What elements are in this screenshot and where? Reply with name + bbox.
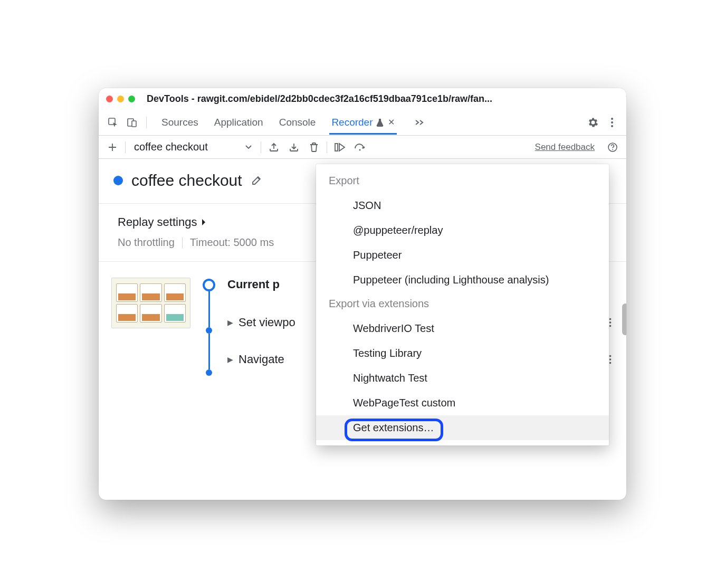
export-puppeteer-lighthouse[interactable]: Puppeteer (including Lighthouse analysis…: [316, 268, 609, 292]
tab-label: Sources: [161, 117, 198, 128]
export-nightwatch[interactable]: Nightwatch Test: [316, 366, 609, 391]
divider: [261, 141, 261, 153]
export-webdriverio[interactable]: WebdriverIO Test: [316, 316, 609, 341]
help-icon[interactable]: [605, 140, 620, 155]
tab-label: Console: [279, 117, 316, 128]
import-icon[interactable]: [287, 140, 301, 155]
export-webpagetest[interactable]: WebPageTest custom: [316, 391, 609, 415]
svg-point-9: [612, 149, 613, 150]
svg-point-15: [609, 362, 612, 364]
dropdown-section-header: Export via extensions: [316, 292, 609, 316]
svg-point-14: [609, 358, 612, 361]
settings-icon[interactable]: [585, 115, 601, 130]
export-icon[interactable]: [266, 140, 281, 155]
chevron-down-icon: [245, 145, 252, 150]
flask-icon: [376, 118, 384, 127]
step-label: Current p: [227, 278, 280, 291]
devtools-window: DevTools - rawgit.com/ebidel/2d2bb0cdec3…: [99, 88, 626, 500]
recording-name-label: coffee checkout: [134, 141, 208, 153]
tab-application[interactable]: Application: [212, 110, 265, 135]
tab-sources[interactable]: Sources: [159, 110, 201, 135]
svg-point-7: [359, 149, 360, 150]
edit-title-icon[interactable]: [251, 175, 262, 186]
maximize-window-icon[interactable]: [128, 96, 135, 102]
scrollbar-thumb[interactable]: [622, 304, 626, 335]
tab-recorder[interactable]: Recorder ✕: [329, 110, 396, 135]
recording-status-dot: [113, 176, 123, 185]
chevron-right-icon: ▶: [227, 318, 233, 327]
divider: [146, 117, 147, 128]
step-label: Navigate: [239, 353, 284, 366]
step-kebab-icon[interactable]: [609, 318, 614, 327]
tab-label: Application: [214, 117, 263, 128]
svg-point-5: [611, 125, 613, 127]
recorder-toolbar: coffee checkout Send feedback: [99, 136, 626, 159]
tab-label: Recorder: [331, 117, 373, 128]
window-title: DevTools - rawgit.com/ebidel/2d2bb0cdec3…: [147, 93, 619, 105]
recording-dropdown[interactable]: coffee checkout: [131, 141, 255, 153]
svg-point-12: [609, 325, 612, 327]
svg-point-3: [611, 118, 613, 120]
svg-point-10: [609, 318, 612, 320]
divider: [182, 237, 183, 249]
timeline-dot-icon: [206, 369, 212, 376]
export-json[interactable]: JSON: [316, 193, 609, 218]
device-toolbar-icon[interactable]: [124, 115, 140, 130]
svg-rect-6: [335, 144, 338, 151]
step-label: Set viewpo: [239, 316, 295, 329]
devtools-tabbar: Sources Application Console Recorder ✕: [99, 109, 626, 136]
svg-rect-2: [132, 121, 136, 127]
divider: [125, 141, 126, 153]
new-recording-icon[interactable]: [105, 140, 120, 155]
export-puppeteer[interactable]: Puppeteer: [316, 243, 609, 268]
chevron-right-icon: [201, 219, 206, 226]
timeline: [201, 278, 217, 500]
step-play-icon[interactable]: [332, 140, 347, 155]
throttling-value: No throttling: [118, 236, 175, 249]
get-extensions[interactable]: Get extensions…: [316, 415, 609, 440]
close-window-icon[interactable]: [106, 96, 113, 102]
close-tab-icon[interactable]: ✕: [388, 117, 395, 127]
inspect-element-icon[interactable]: [105, 115, 121, 130]
step-kebab-icon[interactable]: [609, 355, 614, 364]
replay-settings-label: Replay settings: [118, 215, 197, 229]
export-dropdown: Export JSON @puppeteer/replay Puppeteer …: [316, 164, 609, 445]
send-feedback-link[interactable]: Send feedback: [535, 142, 595, 153]
step-over-icon[interactable]: [352, 140, 367, 155]
titlebar: DevTools - rawgit.com/ebidel/2d2bb0cdec3…: [99, 88, 626, 109]
timeout-value: Timeout: 5000 ms: [190, 236, 274, 249]
svg-point-11: [609, 321, 612, 324]
recording-title: coffee checkout: [131, 172, 242, 189]
window-controls: [106, 96, 135, 102]
dropdown-section-header: Export: [316, 173, 609, 193]
timeline-dot-icon: [206, 327, 212, 334]
chevron-right-icon: ▶: [227, 355, 233, 364]
tab-console[interactable]: Console: [277, 110, 318, 135]
divider: [327, 141, 327, 153]
timeline-start-icon: [203, 279, 215, 291]
export-puppeteer-replay[interactable]: @puppeteer/replay: [316, 218, 609, 243]
page-thumbnail: [111, 278, 190, 328]
svg-point-4: [611, 121, 613, 124]
svg-point-13: [609, 355, 612, 357]
delete-icon[interactable]: [307, 140, 321, 155]
minimize-window-icon[interactable]: [117, 96, 124, 102]
more-tabs-icon[interactable]: [412, 115, 427, 130]
kebab-menu-icon[interactable]: [604, 115, 620, 130]
panel-tabs: Sources Application Console Recorder ✕: [159, 110, 427, 135]
export-testing-library[interactable]: Testing Library: [316, 341, 609, 366]
